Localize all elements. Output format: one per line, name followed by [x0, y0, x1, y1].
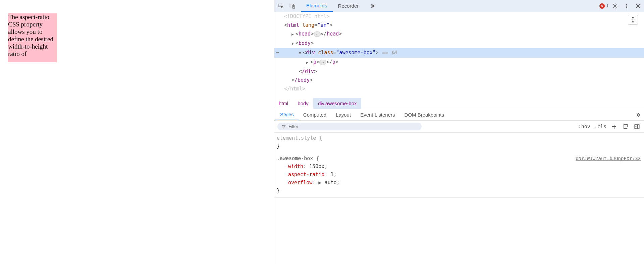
breadcrumb: html body div.awesome-box [274, 98, 644, 109]
prop-overflow[interactable]: overflow: ▶ auto; [277, 179, 641, 187]
copy-styles-icon[interactable] [622, 123, 629, 130]
dom-doctype[interactable]: <!DOCTYPE html> [274, 12, 644, 21]
svg-point-6 [626, 7, 627, 8]
filter-row: :hov .cls [274, 121, 644, 133]
accessibility-icon[interactable] [628, 15, 638, 25]
hov-toggle[interactable]: :hov [578, 124, 590, 130]
dom-html-close[interactable]: </html> [274, 84, 644, 93]
svg-point-7 [633, 17, 634, 18]
svg-rect-8 [624, 124, 628, 127]
dom-tree[interactable]: <!DOCTYPE html> <html lang="en"> ▶<head>… [274, 12, 644, 98]
dom-body-open[interactable]: ▼<body> [274, 39, 644, 48]
dom-head[interactable]: ▶<head>⋯</head> [274, 29, 644, 39]
close-icon[interactable] [633, 1, 643, 11]
awesome-box[interactable]: The aspect-ratio CSS property allows you… [8, 13, 57, 62]
filter-icon [281, 124, 286, 129]
crumb-div[interactable]: div.awesome-box [313, 98, 362, 109]
tab-dom-breakpoints[interactable]: DOM Breakpoints [400, 109, 449, 120]
toggle-sidebar-icon[interactable] [633, 123, 641, 130]
crumb-body[interactable]: body [293, 98, 313, 109]
tab-computed[interactable]: Computed [299, 109, 331, 120]
svg-point-5 [626, 5, 627, 6]
error-count: 1 [606, 3, 608, 8]
crumb-html[interactable]: html [274, 98, 293, 109]
rendered-page: The aspect-ratio CSS property allows you… [0, 0, 274, 264]
tab-elements[interactable]: Elements [301, 0, 333, 12]
cls-toggle[interactable]: .cls [594, 124, 606, 130]
prop-width[interactable]: width: 150px; [277, 162, 641, 171]
tab-event-listeners[interactable]: Event Listeners [356, 109, 399, 120]
rule-source-link[interactable]: oNrJWJw?aut…bJOnpPXr:32 [576, 154, 641, 162]
dom-html-open[interactable]: <html lang="en"> [274, 21, 644, 29]
svg-point-4 [626, 4, 627, 5]
rule-element-style[interactable]: element.style { } [274, 133, 644, 153]
box-paragraph: The aspect-ratio CSS property allows you… [8, 13, 57, 58]
kebab-icon[interactable] [622, 1, 631, 11]
inspect-icon[interactable] [275, 1, 287, 11]
filter-input[interactable] [288, 124, 418, 129]
devtools-toolbar: Elements Recorder ✕ 1 [274, 0, 644, 12]
error-badge[interactable]: ✕ 1 [599, 3, 608, 9]
error-icon: ✕ [599, 3, 605, 9]
dom-body-close[interactable]: </body> [274, 76, 644, 84]
dom-div-selected[interactable]: ▼<div class="awesome-box"> == $0 [274, 48, 644, 58]
svg-point-3 [614, 5, 616, 7]
styles-overflow-icon[interactable] [633, 110, 643, 120]
new-rule-icon[interactable] [610, 123, 618, 130]
devtools-tabs: Elements Recorder [301, 0, 381, 12]
styles-body[interactable]: element.style { } oNrJWJw?aut…bJOnpPXr:3… [274, 133, 644, 264]
device-toggle-icon[interactable] [287, 1, 298, 11]
tab-styles[interactable]: Styles [275, 109, 299, 120]
dom-div-close[interactable]: </div> [274, 67, 644, 76]
dom-p[interactable]: ▶<p>⋯</p> [274, 58, 644, 67]
styles-toolbar: Styles Computed Layout Event Listeners D… [274, 109, 644, 121]
tab-layout[interactable]: Layout [331, 109, 356, 120]
tab-recorder[interactable]: Recorder [333, 0, 364, 12]
tabs-overflow-icon[interactable] [364, 0, 381, 12]
filter-pill[interactable] [277, 123, 422, 130]
prop-aspect-ratio[interactable]: aspect-ratio: 1; [277, 171, 641, 179]
settings-icon[interactable] [610, 1, 620, 11]
rule-awesome-box[interactable]: oNrJWJw?aut…bJOnpPXr:32 .awesome-box { w… [274, 153, 644, 198]
devtools-panel: Elements Recorder ✕ 1 <!DOCTY [274, 0, 644, 264]
